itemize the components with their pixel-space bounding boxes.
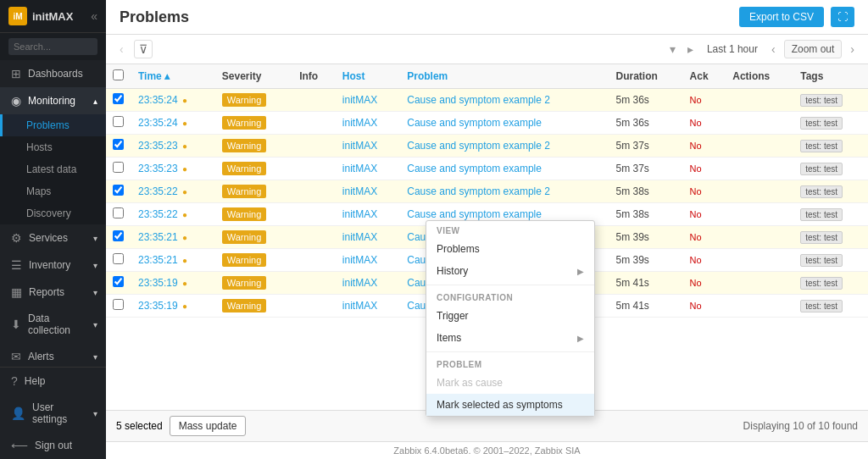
toolbar: ‹ ⊽ ▾ ▸ Last 1 hour ‹ Zoom out › <box>106 35 868 64</box>
export-csv-button[interactable]: Export to CSV <box>739 7 824 27</box>
filter-icon[interactable]: ⊽ <box>134 40 153 58</box>
time-next-icon[interactable]: ▸ <box>684 41 697 58</box>
row-checkbox[interactable] <box>113 116 124 127</box>
row-host: initMAX <box>336 226 400 249</box>
sidebar-item-label: Dashboards <box>28 68 83 80</box>
row-info <box>292 112 336 135</box>
sidebar-subitem-maps[interactable]: Maps <box>0 180 106 202</box>
host-link[interactable]: initMAX <box>342 117 377 129</box>
host-link[interactable]: initMAX <box>342 300 377 312</box>
sidebar-subitem-discovery[interactable]: Discovery <box>0 202 106 224</box>
sidebar-item-services[interactable]: ⚙ Services <box>0 224 106 252</box>
severity-badge: Warning <box>222 253 267 267</box>
row-checkbox-cell <box>106 89 131 112</box>
zoom-out-button[interactable]: Zoom out <box>784 40 843 58</box>
host-link[interactable]: initMAX <box>342 231 377 243</box>
row-ack: No <box>683 295 726 318</box>
sidebar-subitem-hosts[interactable]: Hosts <box>0 136 106 158</box>
row-duration: 5m 39s <box>609 249 682 272</box>
row-tags: test: test <box>793 203 868 226</box>
time-link[interactable]: 23:35:19 <box>138 300 178 312</box>
row-host: initMAX <box>336 112 400 135</box>
select-all-checkbox[interactable] <box>113 69 124 80</box>
sidebar-item-alerts[interactable]: ✉ Alerts <box>0 343 106 367</box>
ctx-items-item[interactable]: Items ▶ <box>426 327 594 349</box>
severity-dot-icon: ● <box>182 279 187 288</box>
ack-status: No <box>690 301 702 311</box>
time-link[interactable]: 23:35:22 <box>138 185 178 197</box>
ctx-config-label: CONFIGURATION <box>426 288 594 305</box>
ctx-history-item[interactable]: History ▶ <box>426 260 594 282</box>
problem-link[interactable]: Cause and symptom example <box>407 163 542 174</box>
host-link[interactable]: initMAX <box>342 208 377 220</box>
fullscreen-button[interactable]: ⛶ <box>831 7 854 27</box>
problem-link[interactable]: Cause and symptom example <box>407 117 542 129</box>
row-actions <box>726 203 793 226</box>
host-link[interactable]: initMAX <box>342 277 377 289</box>
row-checkbox-cell <box>106 158 131 180</box>
sidebar-item-sign-out[interactable]: ⟵ Sign out <box>0 432 106 459</box>
row-time: 23:35:19 ● <box>131 295 215 318</box>
sidebar-collapse-icon[interactable]: « <box>91 9 97 23</box>
row-checkbox[interactable] <box>113 207 124 218</box>
time-prev-icon[interactable]: ▾ <box>666 41 679 58</box>
time-link[interactable]: 23:35:21 <box>138 231 178 243</box>
time-range-next-icon[interactable]: › <box>847 41 858 58</box>
table-row: 23:35:23 ● Warning initMAX Cause and sym… <box>106 158 868 180</box>
row-checkbox[interactable] <box>113 299 124 310</box>
ctx-trigger-item[interactable]: Trigger <box>426 305 594 327</box>
sidebar-item-user-settings[interactable]: 👤 User settings <box>0 395 106 432</box>
row-checkbox[interactable] <box>113 185 124 196</box>
col-actions: Actions <box>726 64 793 89</box>
time-link[interactable]: 23:35:21 <box>138 254 178 266</box>
mass-update-button[interactable]: Mass update <box>170 416 247 436</box>
time-link[interactable]: 23:35:22 <box>138 208 178 220</box>
sidebar-item-label: Monitoring <box>28 95 75 107</box>
sidebar-subitem-latest-data[interactable]: Latest data <box>0 158 106 180</box>
severity-dot-icon: ● <box>182 256 187 265</box>
row-checkbox[interactable] <box>113 253 124 264</box>
col-time[interactable]: Time ▴ <box>131 64 215 89</box>
sidebar-item-label: Alerts <box>28 351 54 362</box>
row-checkbox[interactable] <box>113 230 124 241</box>
row-duration: 5m 38s <box>609 180 682 203</box>
row-checkbox-cell <box>106 295 131 318</box>
sidebar-item-help[interactable]: ? Help <box>0 368 106 395</box>
time-range-prev-icon[interactable]: ‹ <box>768 41 779 58</box>
time-link[interactable]: 23:35:23 <box>138 140 178 152</box>
row-checkbox[interactable] <box>113 93 124 104</box>
ctx-problems-item[interactable]: Problems <box>426 238 594 260</box>
host-link[interactable]: initMAX <box>342 254 377 266</box>
search-input[interactable] <box>8 38 97 55</box>
problem-link[interactable]: Cause and symptom example 2 <box>407 94 550 106</box>
ctx-mark-symptoms-item[interactable]: Mark selected as symptoms <box>426 394 594 416</box>
row-severity: Warning <box>215 158 292 180</box>
row-checkbox[interactable] <box>113 276 124 287</box>
problem-link[interactable]: Cause and symptom example 2 <box>407 185 550 197</box>
problem-link[interactable]: Cause and symptom example <box>407 208 542 220</box>
sidebar-item-dashboards[interactable]: ⊞ Dashboards <box>0 60 106 87</box>
host-link[interactable]: initMAX <box>342 185 377 197</box>
host-link[interactable]: initMAX <box>342 163 377 174</box>
sidebar-item-data-collection[interactable]: ⬇ Data collection <box>0 306 106 343</box>
sidebar-item-inventory[interactable]: ☰ Inventory <box>0 252 106 279</box>
sidebar-item-reports[interactable]: ▦ Reports <box>0 279 106 306</box>
time-link[interactable]: 23:35:19 <box>138 277 178 289</box>
sidebar-item-label: Reports <box>29 286 64 298</box>
time-link[interactable]: 23:35:24 <box>138 94 178 106</box>
row-checkbox[interactable] <box>113 139 124 150</box>
ack-status: No <box>690 95 702 105</box>
row-problem: Cause and symptom example 2 <box>400 180 609 203</box>
nav-back-icon[interactable]: ‹ <box>116 41 127 58</box>
time-link[interactable]: 23:35:23 <box>138 163 178 174</box>
host-link[interactable]: initMAX <box>342 140 377 152</box>
host-link[interactable]: initMAX <box>342 94 377 106</box>
problem-link[interactable]: Cause and symptom example 2 <box>407 140 550 152</box>
severity-badge: Warning <box>222 230 267 244</box>
row-checkbox[interactable] <box>113 162 124 173</box>
sidebar-subitem-problems[interactable]: Problems <box>0 114 106 136</box>
sidebar-item-monitoring[interactable]: ◉ Monitoring ▴ <box>0 87 106 114</box>
inventory-icon: ☰ <box>11 258 22 272</box>
row-host: initMAX <box>336 135 400 158</box>
time-link[interactable]: 23:35:24 <box>138 117 178 129</box>
